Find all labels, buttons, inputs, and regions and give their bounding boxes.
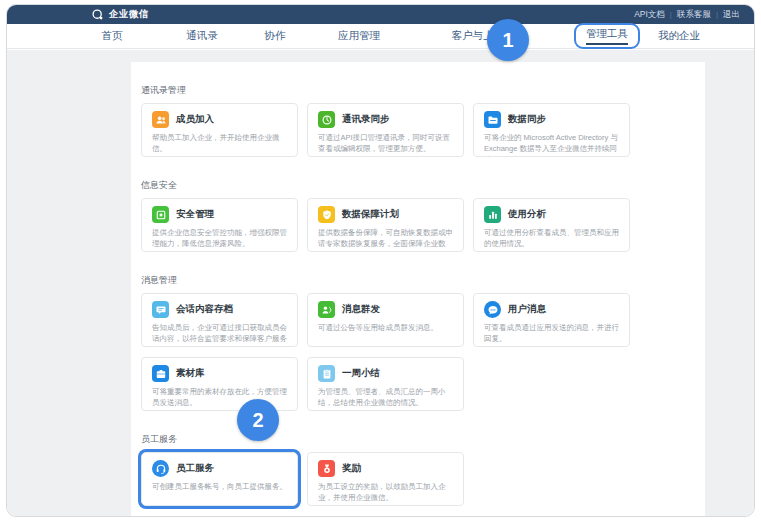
tool-card[interactable]: 使用分析可通过使用分析查看成员、管理员和应用的使用情况。 <box>473 198 630 252</box>
nav-tab-2[interactable]: 通讯录 <box>186 29 218 43</box>
card-header: 数据同步 <box>484 111 621 128</box>
members-icon <box>152 111 169 128</box>
nav-tab-label: 应用管理 <box>338 29 380 41</box>
page-background: 通讯录管理成员加入帮助员工加入企业，并开始使用企业微信。通讯录同步可通过API接… <box>7 50 754 516</box>
card-description: 可将企业的 Microsoft Active Directory 与 Excha… <box>484 132 621 157</box>
tool-card[interactable]: 通讯录同步可通过API接口管理通讯录，同时可设置查看或编辑权限，管理更加方便。 <box>307 103 464 157</box>
card-description: 可通过公告等应用给成员群发消息。 <box>318 322 455 333</box>
chat-dots-icon <box>484 301 501 318</box>
tool-card[interactable]: 成员加入帮助员工加入企业，并开始使用企业微信。 <box>141 103 298 157</box>
card-header: 安全管理 <box>152 206 289 223</box>
card-description: 为管理员、管理者、成员汇总的一周小结，总结使用企业微信的情况。 <box>318 386 455 408</box>
nav-tab-6[interactable]: 管理工具 <box>574 23 640 49</box>
nav-tab-label: 协作 <box>265 29 286 41</box>
tool-card[interactable]: 会话内容存档告知成员后，企业可通过接口获取成员会话内容，以符合监管要求和保障客户… <box>141 293 298 347</box>
analytics-icon <box>484 206 501 223</box>
card-header: 素材库 <box>152 365 289 382</box>
card-header: 一周小结 <box>318 365 455 382</box>
card-header: 用户消息 <box>484 301 621 318</box>
wework-admin-window: 企业微信 API文档|联系客服|退出 首页通讯录协作应用管理客户与上下游管理工具… <box>6 4 755 517</box>
nav-tab-1[interactable]: 首页 <box>102 29 123 43</box>
card-description: 可查看成员通过应用发送的消息，并进行回复。 <box>484 322 621 344</box>
nav-tab-4[interactable]: 应用管理 <box>338 29 380 43</box>
card-description: 帮助员工加入企业，并开始使用企业微信。 <box>152 132 289 154</box>
headset-icon <box>152 460 169 477</box>
main-navigation: 首页通讯录协作应用管理客户与上下游管理工具我的企业 <box>7 24 754 49</box>
card-header: 员工服务 <box>152 460 289 477</box>
shield-icon <box>318 206 335 223</box>
card-title: 数据保障计划 <box>342 208 399 221</box>
tool-card[interactable]: 员工服务可创建员工服务帐号，向员工提供服务。 <box>141 452 298 506</box>
card-header: 数据保障计划 <box>318 206 455 223</box>
top-bar: 企业微信 API文档|联系客服|退出 <box>7 5 754 24</box>
section-title: 通讯录管理 <box>141 84 695 96</box>
card-header: 使用分析 <box>484 206 621 223</box>
topbar-link-2[interactable]: 联系客服 <box>677 9 711 21</box>
card-title: 成员加入 <box>176 113 214 126</box>
topbar-link-separator: | <box>716 10 718 19</box>
card-description: 提供数据备份保障，可自助恢复数据或申请专家数据恢复服务，全面保障企业数据。 <box>318 227 455 252</box>
tool-card[interactable]: 素材库可将重要常用的素材存放在此，方便管理员发送消息。 <box>141 357 298 411</box>
card-grid: 安全管理提供企业信息安全管控功能，增强权限管理能力，降低信息泄露风险。数据保障计… <box>141 198 630 252</box>
card-title: 用户消息 <box>508 303 546 316</box>
tool-card[interactable]: 一周小结为管理员、管理者、成员汇总的一周小结，总结使用企业微信的情况。 <box>307 357 464 411</box>
section-4: 员工服务员工服务可创建员工服务帐号，向员工提供服务。奖励为员工设立的奖励，以鼓励… <box>141 433 695 506</box>
nav-tab-label: 我的企业 <box>658 29 700 41</box>
annotation-badge-2: 2 <box>237 399 279 441</box>
card-header: 奖励 <box>318 460 455 477</box>
tool-card[interactable]: 奖励为员工设立的奖励，以鼓励员工加入企业，并使用企业微信。 <box>307 452 464 506</box>
card-title: 员工服务 <box>176 462 214 475</box>
topbar-link-3[interactable]: 退出 <box>723 9 740 21</box>
topbar-links: API文档|联系客服|退出 <box>634 9 740 21</box>
nav-tab-7[interactable]: 我的企业 <box>658 29 700 43</box>
card-title: 安全管理 <box>176 208 214 221</box>
card-grid: 成员加入帮助员工加入企业，并开始使用企业微信。通讯录同步可通过API接口管理通讯… <box>141 103 630 157</box>
card-header: 通讯录同步 <box>318 111 455 128</box>
broadcast-icon <box>318 301 335 318</box>
nav-tab-label: 通讯录 <box>186 29 218 41</box>
card-grid: 员工服务可创建员工服务帐号，向员工提供服务。奖励为员工设立的奖励，以鼓励员工加入… <box>141 452 630 506</box>
clipboard-icon <box>318 365 335 382</box>
section-1: 通讯录管理成员加入帮助员工加入企业，并开始使用企业微信。通讯录同步可通过API接… <box>141 84 695 157</box>
card-title: 通讯录同步 <box>342 113 390 126</box>
card-title: 一周小结 <box>342 367 380 380</box>
card-description: 可通过使用分析查看成员、管理员和应用的使用情况。 <box>484 227 621 249</box>
card-header: 成员加入 <box>152 111 289 128</box>
archive-chat-icon <box>152 301 169 318</box>
annotation-badge-1: 1 <box>487 19 529 61</box>
card-title: 奖励 <box>342 462 361 475</box>
browser-window: 企业微信 API文档|联系客服|退出 首页通讯录协作应用管理客户与上下游管理工具… <box>0 0 761 521</box>
tool-card[interactable]: 消息群发可通过公告等应用给成员群发消息。 <box>307 293 464 347</box>
card-description: 为员工设立的奖励，以鼓励员工加入企业，并使用企业微信。 <box>318 481 455 503</box>
management-tools-panel: 通讯录管理成员加入帮助员工加入企业，并开始使用企业微信。通讯录同步可通过API接… <box>131 62 705 516</box>
folder-icon <box>484 111 501 128</box>
nav-tab-3[interactable]: 协作 <box>265 29 286 43</box>
tool-card[interactable]: 用户消息可查看成员通过应用发送的消息，并进行回复。 <box>473 293 630 347</box>
wework-logo-icon <box>91 8 104 21</box>
card-header: 会话内容存档 <box>152 301 289 318</box>
card-header: 消息群发 <box>318 301 455 318</box>
briefcase-icon <box>152 365 169 382</box>
card-title: 消息群发 <box>342 303 380 316</box>
section-title: 信息安全 <box>141 179 695 191</box>
tool-card[interactable]: 安全管理提供企业信息安全管控功能，增强权限管理能力，降低信息泄露风险。 <box>141 198 298 252</box>
card-description: 可通过API接口管理通讯录，同时可设置查看或编辑权限，管理更加方便。 <box>318 132 455 154</box>
topbar-link-1[interactable]: API文档 <box>634 9 665 21</box>
tool-card[interactable]: 数据同步可将企业的 Microsoft Active Directory 与 E… <box>473 103 630 157</box>
card-grid: 会话内容存档告知成员后，企业可通过接口获取成员会话内容，以符合监管要求和保障客户… <box>141 293 630 411</box>
section-title: 员工服务 <box>141 433 695 445</box>
section-title: 消息管理 <box>141 274 695 286</box>
card-title: 会话内容存档 <box>176 303 233 316</box>
topbar-link-separator: | <box>670 10 672 19</box>
card-title: 数据同步 <box>508 113 546 126</box>
nav-tab-label: 首页 <box>102 29 123 41</box>
card-description: 可创建员工服务帐号，向员工提供服务。 <box>152 481 289 492</box>
section-3: 消息管理会话内容存档告知成员后，企业可通过接口获取成员会话内容，以符合监管要求和… <box>141 274 695 411</box>
tool-card[interactable]: 数据保障计划提供数据备份保障，可自助恢复数据或申请专家数据恢复服务，全面保障企业… <box>307 198 464 252</box>
brand[interactable]: 企业微信 <box>91 8 149 21</box>
sync-icon <box>318 111 335 128</box>
nav-tab-label: 管理工具 <box>586 27 628 45</box>
card-title: 使用分析 <box>508 208 546 221</box>
section-2: 信息安全安全管理提供企业信息安全管控功能，增强权限管理能力，降低信息泄露风险。数… <box>141 179 695 252</box>
card-description: 提供企业信息安全管控功能，增强权限管理能力，降低信息泄露风险。 <box>152 227 289 249</box>
